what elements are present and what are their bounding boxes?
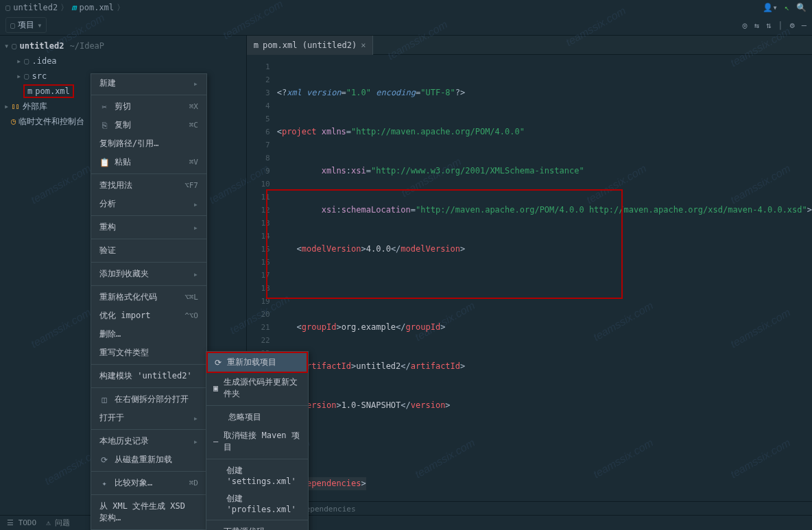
project-view-dropdown[interactable]: ▢ 项目 ▾ xyxy=(5,17,47,33)
tree-item-label: pom.xml xyxy=(35,86,70,96)
chevron-right-icon: ▸ xyxy=(16,56,21,66)
chevron-right-icon: ▸ xyxy=(4,101,9,111)
user-icon[interactable]: 👤▾ xyxy=(763,3,778,12)
sub-ignore[interactable]: 忽略项目 xyxy=(206,408,308,426)
tree-item-idea[interactable]: ▸ ▢ .idea xyxy=(0,53,246,69)
hide-icon[interactable]: — xyxy=(802,21,807,30)
cm-new[interactable]: 新建▸ xyxy=(91,74,206,93)
gear-icon[interactable]: ⚙ xyxy=(790,21,795,30)
editor-tabs: m pom.xml (untitled2) × xyxy=(247,36,812,55)
tab-pom[interactable]: m pom.xml (untitled2) × xyxy=(247,36,374,55)
cm-refactor[interactable]: 重构▸ xyxy=(91,218,206,237)
folder-icon: ▢ xyxy=(24,56,29,66)
maven-icon: m xyxy=(254,40,259,50)
cm-gen-xsd[interactable]: 从 XML 文件生成 XSD 架构… xyxy=(91,497,206,527)
folder-icon: ▢ xyxy=(10,21,15,30)
cm-open-split[interactable]: ◫在右侧拆分部分打开 xyxy=(91,390,206,409)
build-hammer-icon[interactable]: ↖ xyxy=(785,3,789,12)
maven-icon: m xyxy=(71,3,76,12)
cm-optimize[interactable]: 优化 import^⌥O xyxy=(91,306,206,325)
library-icon: ⫾⫾ xyxy=(12,101,20,111)
cm-delete[interactable]: 删除… xyxy=(91,325,206,344)
tree-item-label: .idea xyxy=(32,56,56,66)
breadcrumb-file[interactable]: m pom.xml xyxy=(71,3,114,12)
cm-add-fav[interactable]: 添加到收藏夹▸ xyxy=(91,265,206,283)
project-tree: ▾ ▢ untitled2 ~/IdeaP ▸ ▢ .idea ▸ ▢ src … xyxy=(0,36,247,516)
cm-reformat[interactable]: 重新格式化代码⌥⌘L xyxy=(91,288,206,306)
sub-reload[interactable]: ⟳重新加载项目 xyxy=(206,352,308,373)
cm-reload-disk[interactable]: ⟳从磁盘重新加载 xyxy=(91,450,206,469)
cm-compare[interactable]: ✦比较对象…⌘D xyxy=(91,474,206,492)
breadcrumb-file-label: pom.xml xyxy=(80,3,115,12)
folder-icon: ▢ xyxy=(5,3,10,12)
chevron-down-icon: ▾ xyxy=(4,41,9,51)
search-icon[interactable]: 🔍 xyxy=(796,3,807,12)
sub-unlink[interactable]: —取消链接 Maven 项目 xyxy=(206,426,308,457)
folder-icon: ▢ xyxy=(12,41,16,51)
sub-gen-sources[interactable]: ▣生成源代码并更新文件夹 xyxy=(206,373,308,403)
tree-scratches-label: 临时文件和控制台 xyxy=(19,116,84,128)
maven-icon: m xyxy=(27,86,32,96)
tree-root-path: ~/IdeaP xyxy=(70,41,105,51)
tree-item-label: src xyxy=(32,71,47,81)
editor-breadcrumb: project 〉 dependencies xyxy=(247,501,812,516)
sub-create-settings[interactable]: 创建 'settings.xml' xyxy=(206,461,308,490)
context-menu[interactable]: 新建▸ ✂剪切⌘X ⎘复制⌘C 复制路径/引用… 📋粘贴⌘V 查找用法⌥F7 分… xyxy=(91,73,207,530)
collapse-icon[interactable]: ⇅ xyxy=(766,21,771,30)
status-todo[interactable]: ☰ TODO xyxy=(7,518,36,527)
breadcrumb-root-label: untitled2 xyxy=(13,3,58,12)
cm-open-in[interactable]: 打开于▸ xyxy=(91,409,206,427)
chevron-down-icon: ▾ xyxy=(37,21,42,30)
status-problems[interactable]: ⚠ 问题 xyxy=(46,518,70,528)
crumb-deps[interactable]: dependencies xyxy=(301,505,355,514)
cm-cut[interactable]: ✂剪切⌘X xyxy=(91,97,206,116)
cm-local-history[interactable]: 本地历史记录▸ xyxy=(91,432,206,450)
tree-ext-libs-label: 外部库 xyxy=(23,101,47,112)
unlink-icon: — xyxy=(213,437,218,446)
cm-build-module[interactable]: 构建模块 'untitled2' xyxy=(91,367,206,385)
code-text[interactable]: <?xml version="1.0" encoding="UTF-8"?> <… xyxy=(277,55,812,501)
maven-submenu[interactable]: ⟳重新加载项目 ▣生成源代码并更新文件夹 忽略项目 —取消链接 Maven 项目… xyxy=(206,351,309,530)
close-icon[interactable]: × xyxy=(361,40,366,50)
cm-copy-path[interactable]: 复制路径/引用… xyxy=(91,134,206,153)
chevron-right-icon: 〉 xyxy=(60,2,69,14)
cm-find-usages[interactable]: 查找用法⌥F7 xyxy=(91,176,206,195)
project-label: 项目 xyxy=(18,19,34,31)
sub-create-profiles[interactable]: 创建 'profiles.xml' xyxy=(206,490,308,518)
scratch-icon: ◷ xyxy=(11,117,16,126)
project-toolbar: ▢ 项目 ▾ ◎ ⇆ ⇅ | ⚙ — xyxy=(0,15,812,36)
divider: | xyxy=(778,21,783,30)
reload-icon: ⟳ xyxy=(215,358,222,368)
cm-copy[interactable]: ⎘复制⌘C xyxy=(91,116,206,134)
code-editor[interactable]: 1234567891011121314151617181920212223242… xyxy=(247,55,812,501)
tree-root[interactable]: ▾ ▢ untitled2 ~/IdeaP xyxy=(0,38,246,53)
chevron-right-icon: ▸ xyxy=(16,71,21,81)
cm-validate[interactable]: 验证 xyxy=(91,241,206,260)
tree-root-label: untitled2 xyxy=(19,41,64,51)
cm-paste[interactable]: 📋粘贴⌘V xyxy=(91,153,206,171)
locate-icon[interactable]: ◎ xyxy=(743,21,748,30)
cm-override[interactable]: 重写文件类型 xyxy=(91,344,206,362)
sub-download-sources[interactable]: ↓下载源代码 xyxy=(206,522,308,530)
navigation-bar: ▢ untitled2 〉 m pom.xml 〉 👤▾ ↖ 🔍 xyxy=(0,0,812,15)
tab-label: pom.xml (untitled2) xyxy=(263,40,357,50)
cm-analyze[interactable]: 分析▸ xyxy=(91,195,206,213)
chevron-right-icon: 〉 xyxy=(117,2,125,14)
folder-icon: ▣ xyxy=(213,383,218,393)
folder-icon: ▢ xyxy=(24,71,29,81)
breadcrumb-root[interactable]: ▢ untitled2 xyxy=(5,3,58,12)
expand-icon[interactable]: ⇆ xyxy=(754,21,759,30)
download-icon: ↓ xyxy=(213,527,218,531)
